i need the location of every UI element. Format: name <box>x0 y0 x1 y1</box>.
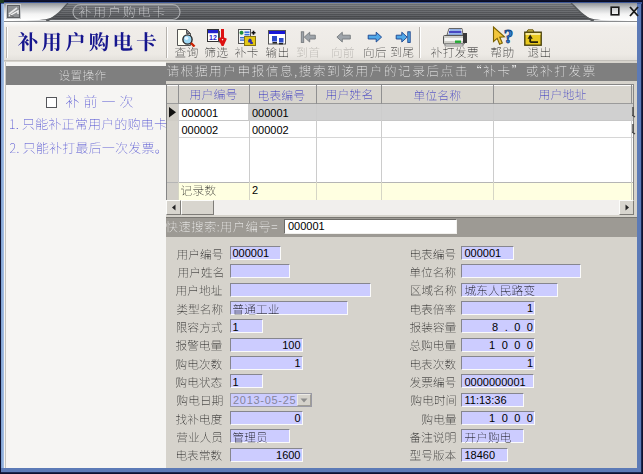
svg-text:12: 12 <box>209 34 217 41</box>
svg-text:?: ? <box>504 26 514 47</box>
